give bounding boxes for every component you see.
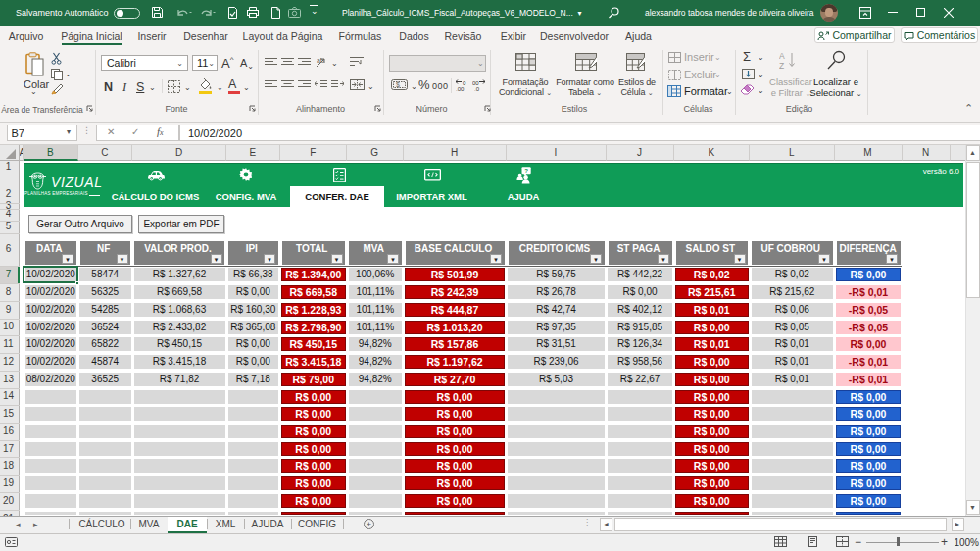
svg-text:A: A [779,51,785,61]
svg-text:$: $ [396,81,400,88]
svg-text:Z: Z [779,61,784,71]
svg-text:ab: ab [317,57,324,64]
svg-text:?: ? [524,168,528,174]
svg-text:,0: ,0 [474,86,480,92]
svg-text:,00: ,00 [456,86,465,92]
